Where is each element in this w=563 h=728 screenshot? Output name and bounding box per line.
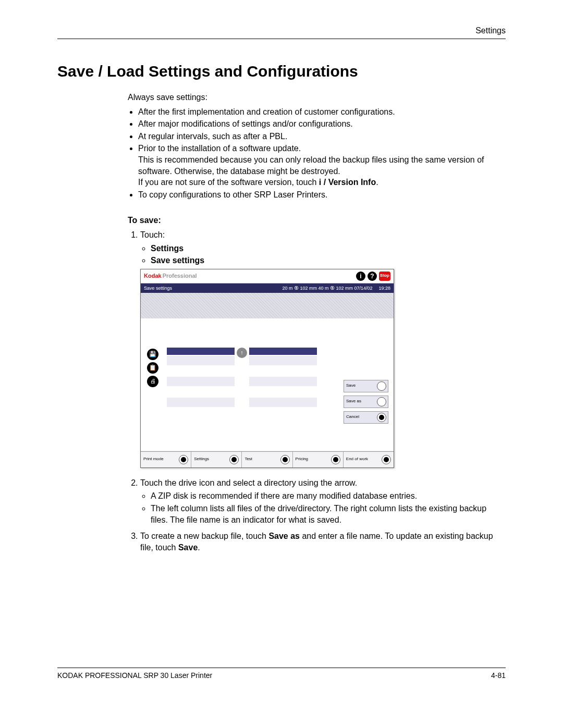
bullet-item: Prior to the installation of a software … xyxy=(138,143,506,188)
bullet-item: After the first implementation and creat… xyxy=(138,106,506,118)
step-sub-item: Save settings xyxy=(151,255,506,266)
pricing-button[interactable]: Pricing xyxy=(293,452,344,467)
footer-page-number: 4-81 xyxy=(491,671,506,680)
to-save-heading: To save: xyxy=(128,216,161,225)
footer-product: KODAK PROFESSIONAL SRP 30 Laser Printer xyxy=(57,671,212,680)
brand-professional: Professional xyxy=(163,272,197,280)
step-item: Touch the drive icon and select a direct… xyxy=(140,477,506,525)
step-item: To create a new backup file, touch Save … xyxy=(140,530,506,553)
save-as-button[interactable]: Save as xyxy=(344,396,388,408)
time-text: 19:28 xyxy=(378,285,390,291)
info-icon[interactable]: i xyxy=(356,272,365,281)
end-of-work-button[interactable]: End of work xyxy=(344,452,394,467)
disk-icon[interactable]: 💾 xyxy=(147,349,158,360)
save-button[interactable]: Save xyxy=(344,380,388,392)
settings-button[interactable]: Settings xyxy=(191,452,242,467)
status-text: 20 m ⦿ 102 mm 40 m ⦿ 102 mm 07/14/02 xyxy=(282,285,372,291)
help-icon[interactable]: ? xyxy=(368,272,377,281)
step-sub-item: A ZIP disk is recommended if there are m… xyxy=(151,490,506,502)
page-title: Save / Load Settings and Configurations xyxy=(57,63,506,80)
cancel-button[interactable]: Cancel xyxy=(344,411,388,424)
clipboard-icon[interactable]: 📋 xyxy=(147,362,158,374)
embedded-screenshot: Kodak Professional i ? Stop Save setting… xyxy=(140,269,394,468)
intro-text: Always save settings: xyxy=(128,92,506,103)
bullet-subnote: If you are not sure of the software vers… xyxy=(138,177,506,188)
up-arrow-icon[interactable]: ↑ xyxy=(237,348,247,358)
step-sub-item: The left column lists all files of the d… xyxy=(151,503,506,525)
page-header-section: Settings xyxy=(57,26,506,39)
bullet-item: At regular intervals, such as after a PB… xyxy=(138,131,506,142)
print-mode-button[interactable]: Print mode xyxy=(141,452,191,467)
printer-icon[interactable]: 🖨 xyxy=(147,376,158,387)
bullet-item: To copy configurations to other SRP Lase… xyxy=(138,189,506,201)
step-item: Touch: Settings Save settings Kodak Prof… xyxy=(140,229,506,468)
left-file-column[interactable] xyxy=(167,348,235,408)
bullet-subnote: This is recommended because you can only… xyxy=(138,154,506,177)
brand-kodak: Kodak xyxy=(144,272,162,280)
stop-button[interactable]: Stop xyxy=(379,272,390,281)
bullet-item: After major modifications of settings an… xyxy=(138,118,506,130)
right-backup-column[interactable] xyxy=(249,348,317,408)
screen-title: Save settings xyxy=(144,285,172,291)
step-sub-item: Settings xyxy=(151,243,506,254)
test-button[interactable]: Test xyxy=(242,452,292,467)
